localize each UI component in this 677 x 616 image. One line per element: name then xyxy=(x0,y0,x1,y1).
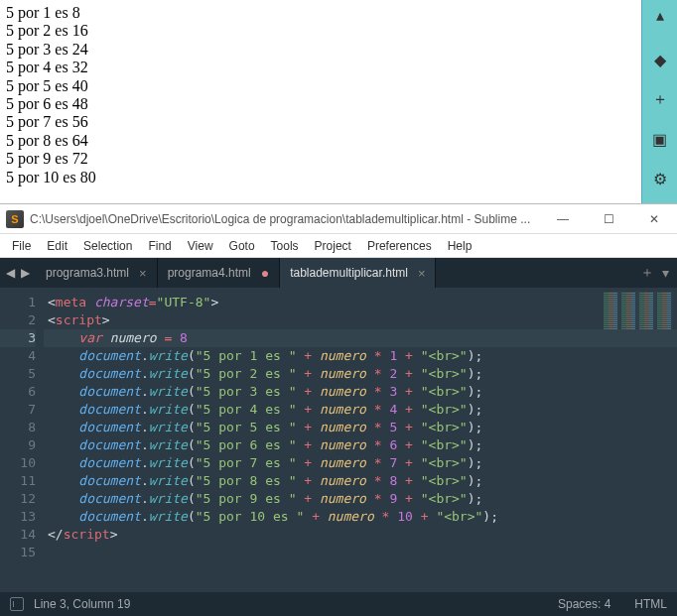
reader-icon[interactable]: ▣ xyxy=(642,119,678,159)
code-line[interactable]: document.write("5 por 10 es " + numero *… xyxy=(44,508,677,526)
code-line[interactable]: document.write("5 por 3 es " + numero * … xyxy=(44,383,677,401)
window-title: C:\Users\djoel\OneDrive\Escritorio\Logic… xyxy=(30,212,540,226)
code-line[interactable]: document.write("5 por 1 es " + numero * … xyxy=(44,347,677,365)
status-spaces[interactable]: Spaces: 4 xyxy=(558,597,610,611)
bookmark-icon[interactable]: ◆ xyxy=(642,40,678,79)
code-line[interactable]: </script> xyxy=(44,526,677,544)
output-line: 5 por 7 es 56 xyxy=(6,113,635,131)
line-number[interactable]: 11 xyxy=(0,472,36,490)
status-syntax[interactable]: HTML xyxy=(634,597,667,611)
gear-icon[interactable]: ⚙ xyxy=(642,159,678,198)
output-line: 5 por 10 es 80 xyxy=(6,169,635,186)
code-line[interactable]: document.write("5 por 6 es " + numero * … xyxy=(44,436,677,454)
line-number[interactable]: 15 xyxy=(0,544,36,561)
code-line[interactable]: document.write("5 por 5 es " + numero * … xyxy=(44,419,677,436)
output-line: 5 por 1 es 8 xyxy=(6,4,635,22)
editor-area[interactable]: 123456789101112131415 <meta charset="UTF… xyxy=(0,288,677,592)
tab-label: programa4.html xyxy=(168,266,251,280)
line-number[interactable]: 14 xyxy=(0,526,36,544)
output-line: 5 por 4 es 32 xyxy=(6,59,635,76)
menu-file[interactable]: File xyxy=(4,237,39,255)
output-line: 5 por 8 es 64 xyxy=(6,132,635,150)
line-number[interactable]: 3 xyxy=(0,329,36,347)
line-number[interactable]: 4 xyxy=(0,347,36,365)
forward-icon[interactable]: ▶ xyxy=(21,266,30,280)
code-line[interactable]: document.write("5 por 4 es " + numero * … xyxy=(44,401,677,419)
menu-selection[interactable]: Selection xyxy=(75,237,140,255)
code-line[interactable]: document.write("5 por 7 es " + numero * … xyxy=(44,454,677,472)
statusbar: Line 3, Column 19 Spaces: 4 HTML xyxy=(0,592,677,616)
app-icon: S xyxy=(6,210,24,228)
new-tab-button[interactable]: ＋ xyxy=(640,264,654,282)
line-number[interactable]: 12 xyxy=(0,490,36,508)
close-button[interactable]: ✕ xyxy=(631,204,677,234)
titlebar[interactable]: S C:\Users\djoel\OneDrive\Escritorio\Log… xyxy=(0,204,677,234)
code-line[interactable]: document.write("5 por 2 es " + numero * … xyxy=(44,365,677,383)
line-number[interactable]: 8 xyxy=(0,419,36,436)
gutter: 123456789101112131415 xyxy=(0,288,44,592)
code-line[interactable]: document.write("5 por 9 es " + numero * … xyxy=(44,490,677,508)
tab-history-nav[interactable]: ◀ ▶ xyxy=(0,258,36,288)
line-number[interactable]: 9 xyxy=(0,436,36,454)
tab-programa3-html[interactable]: programa3.html× xyxy=(36,258,158,288)
menu-tools[interactable]: Tools xyxy=(263,237,307,255)
output-line: 5 por 6 es 48 xyxy=(6,95,635,113)
tab-label: tablademultiplicar.html xyxy=(290,266,408,280)
minimize-button[interactable]: — xyxy=(540,204,586,234)
minimap[interactable] xyxy=(604,292,673,329)
menu-project[interactable]: Project xyxy=(307,237,359,255)
menu-help[interactable]: Help xyxy=(440,237,480,255)
close-tab-icon[interactable]: × xyxy=(139,266,147,281)
line-number[interactable]: 1 xyxy=(0,294,36,311)
browser-output-pane: 5 por 1 es 85 por 2 es 165 por 3 es 245 … xyxy=(0,0,677,203)
tab-programa4-html[interactable]: programa4.html● xyxy=(158,258,281,288)
line-number[interactable]: 7 xyxy=(0,401,36,419)
window-controls: — ☐ ✕ xyxy=(540,204,677,234)
menu-edit[interactable]: Edit xyxy=(39,237,75,255)
code-line[interactable] xyxy=(44,544,677,561)
menu-view[interactable]: View xyxy=(180,237,221,255)
back-icon[interactable]: ◀ xyxy=(6,266,15,280)
line-number[interactable]: 6 xyxy=(0,383,36,401)
code-line[interactable]: document.write("5 por 8 es " + numero * … xyxy=(44,472,677,490)
output-line: 5 por 9 es 72 xyxy=(6,150,635,168)
line-number[interactable]: 10 xyxy=(0,454,36,472)
menu-goto[interactable]: Goto xyxy=(221,237,263,255)
status-position[interactable]: Line 3, Column 19 xyxy=(34,597,534,611)
page-body: 5 por 1 es 85 por 2 es 165 por 3 es 245 … xyxy=(0,0,641,203)
close-tab-icon[interactable]: × xyxy=(418,266,426,281)
line-number[interactable]: 13 xyxy=(0,508,36,526)
code-line[interactable]: <script> xyxy=(44,311,677,329)
browser-sidebar: ▴ ◆ ＋ ▣ ⚙ xyxy=(641,0,677,203)
tab-label: programa3.html xyxy=(46,266,129,280)
code-line[interactable]: var numero = 8 xyxy=(44,329,677,347)
code-line[interactable]: <meta charset="UTF-8"> xyxy=(44,294,677,311)
panel-toggle-icon[interactable] xyxy=(10,597,24,611)
code-content[interactable]: <meta charset="UTF-8"><script> var numer… xyxy=(44,288,677,592)
menubar: FileEditSelectionFindViewGotoToolsProjec… xyxy=(0,234,677,258)
output-line: 5 por 3 es 24 xyxy=(6,41,635,59)
tab-menu-icon[interactable]: ▾ xyxy=(662,265,669,281)
tabbar: ◀ ▶ programa3.html×programa4.html●tablad… xyxy=(0,258,677,288)
menu-preferences[interactable]: Preferences xyxy=(359,237,440,255)
dirty-indicator-icon[interactable]: ● xyxy=(261,265,269,281)
sublime-window: S C:\Users\djoel\OneDrive\Escritorio\Log… xyxy=(0,203,677,616)
plus-icon[interactable]: ＋ xyxy=(642,79,678,119)
menu-find[interactable]: Find xyxy=(140,237,179,255)
output-line: 5 por 2 es 16 xyxy=(6,22,635,40)
output-line: 5 por 5 es 40 xyxy=(6,77,635,95)
line-number[interactable]: 2 xyxy=(0,311,36,329)
tab-tablademultiplicar-html[interactable]: tablademultiplicar.html× xyxy=(280,258,436,288)
line-number[interactable]: 5 xyxy=(0,365,36,383)
maximize-button[interactable]: ☐ xyxy=(586,204,631,234)
scroll-up-icon[interactable]: ▴ xyxy=(642,0,678,40)
